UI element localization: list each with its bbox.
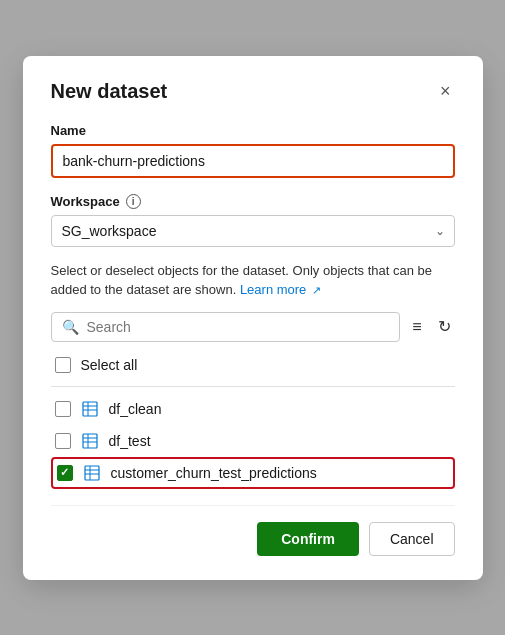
table-icon — [81, 432, 99, 450]
table-icon — [83, 464, 101, 482]
name-label: Name — [51, 123, 455, 138]
list-divider — [51, 386, 455, 387]
workspace-select-wrapper: SG_workspace ⌄ — [51, 215, 455, 247]
search-row: 🔍 ≡ ↻ — [51, 312, 455, 342]
item-name: df_clean — [109, 401, 162, 417]
svg-rect-8 — [85, 466, 99, 480]
workspace-select[interactable]: SG_workspace — [51, 215, 455, 247]
confirm-button[interactable]: Confirm — [257, 522, 359, 556]
search-box: 🔍 — [51, 312, 401, 342]
dialog-header: New dataset × — [51, 80, 455, 103]
workspace-label: Workspace — [51, 194, 120, 209]
svg-rect-0 — [83, 402, 97, 416]
dialog-title: New dataset — [51, 80, 168, 103]
workspace-field-group: Workspace i SG_workspace ⌄ — [51, 194, 455, 247]
df-test-checkbox[interactable] — [55, 433, 71, 449]
select-all-label: Select all — [81, 357, 138, 373]
new-dataset-dialog: New dataset × Name Workspace i SG_worksp… — [23, 56, 483, 580]
svg-rect-4 — [83, 434, 97, 448]
description-text: Select or deselect objects for the datas… — [51, 261, 455, 300]
item-name: customer_churn_test_predictions — [111, 465, 317, 481]
list-item[interactable]: customer_churn_test_predictions — [51, 457, 455, 489]
workspace-info-icon[interactable]: i — [126, 194, 141, 209]
select-all-checkbox[interactable] — [55, 357, 71, 373]
customer-churn-checkbox[interactable] — [57, 465, 73, 481]
cancel-button[interactable]: Cancel — [369, 522, 455, 556]
workspace-label-row: Workspace i — [51, 194, 455, 209]
dialog-footer: Confirm Cancel — [51, 505, 455, 556]
filter-icon[interactable]: ≡ — [408, 314, 425, 340]
select-all-item[interactable]: Select all — [51, 350, 455, 380]
dialog-overlay: New dataset × Name Workspace i SG_worksp… — [0, 0, 505, 635]
item-name: df_test — [109, 433, 151, 449]
list-item[interactable]: df_clean — [51, 393, 455, 425]
search-input[interactable] — [87, 319, 390, 335]
name-input[interactable] — [51, 144, 455, 178]
refresh-icon[interactable]: ↻ — [434, 313, 455, 340]
item-list: Select all df_clean — [51, 350, 455, 489]
search-icon: 🔍 — [62, 319, 79, 335]
close-button[interactable]: × — [436, 80, 455, 102]
name-field-group: Name — [51, 123, 455, 178]
learn-more-link[interactable]: Learn more — [240, 282, 306, 297]
df-clean-checkbox[interactable] — [55, 401, 71, 417]
list-item[interactable]: df_test — [51, 425, 455, 457]
external-link-icon: ↗ — [312, 282, 321, 299]
table-icon — [81, 400, 99, 418]
